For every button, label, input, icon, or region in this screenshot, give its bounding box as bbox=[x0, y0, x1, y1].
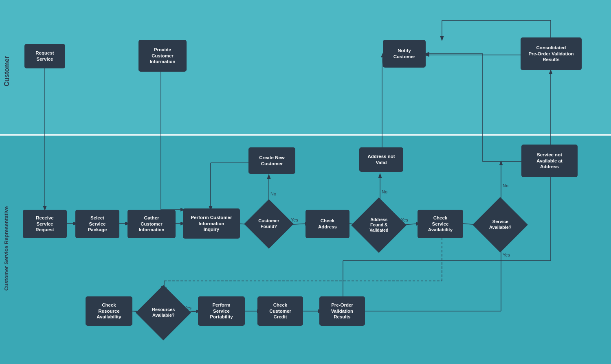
check-service-availability-node: CheckServiceAvailability bbox=[418, 210, 463, 238]
service-not-available-node: Service notAvailable atAddress bbox=[521, 145, 578, 177]
check-address-node: CheckAddress bbox=[306, 210, 349, 238]
notify-customer-node: NotifyCustomer bbox=[383, 40, 426, 68]
request-service-node: Request Service bbox=[24, 44, 65, 68]
perform-inquiry-node: Perform CustomerInformationInquiry bbox=[183, 208, 240, 239]
gather-customer-info-node: GatherCustomerInformation bbox=[127, 210, 176, 238]
csr-lane-label: Customer Service Representative bbox=[3, 138, 15, 358]
address-not-valid-node: Address notValid bbox=[359, 147, 403, 172]
diagram-container: Customer Customer Service Representative… bbox=[0, 0, 611, 364]
consolidated-results-node: ConsolidatedPre-Order ValidationResults bbox=[521, 37, 582, 70]
lane-divider bbox=[0, 134, 611, 136]
customer-lane-label: Customer bbox=[3, 12, 15, 130]
csr-lane-bg bbox=[0, 134, 611, 364]
perform-service-portability-node: PerformServicePortability bbox=[198, 296, 245, 326]
receive-service-request-node: ReceiveServiceRequest bbox=[23, 210, 67, 238]
provide-customer-info-node: ProvideCustomerInformation bbox=[138, 40, 187, 72]
customer-lane-bg bbox=[0, 0, 611, 134]
pre-order-validation-node: Pre-OrderValidationResults bbox=[319, 296, 365, 326]
check-resource-availability-node: CheckResourceAvailability bbox=[86, 296, 132, 326]
select-service-package-node: SelectServicePackage bbox=[75, 210, 119, 238]
check-customer-credit-node: CheckCustomerCredit bbox=[257, 296, 303, 326]
create-new-customer-node: Create NewCustomer bbox=[248, 147, 295, 174]
